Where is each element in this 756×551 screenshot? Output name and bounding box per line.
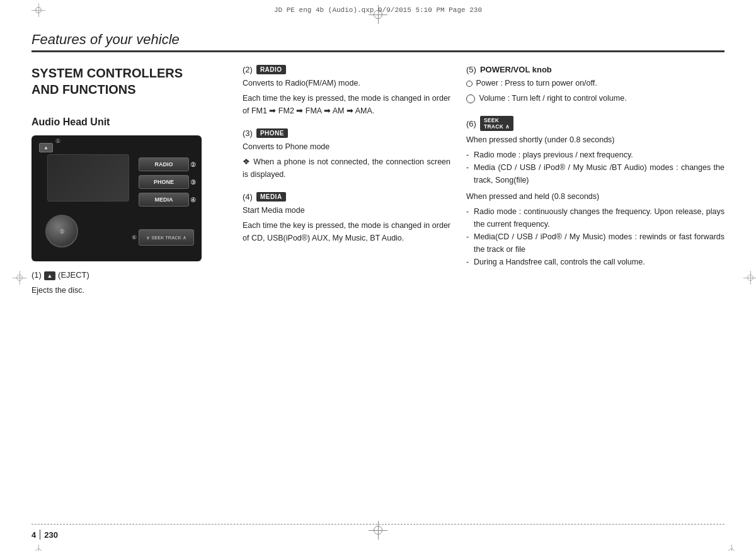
long-press-item-1: Radio mode : continuously changes the fr…: [466, 205, 724, 230]
volume-circle-icon: [466, 94, 475, 103]
phone-badge: PHONE: [256, 128, 288, 138]
long-press-item-3: During a Handsfree call, controls the ca…: [466, 256, 724, 268]
unit-phone-btn: PHONE ③: [139, 175, 189, 189]
middle-column: (2) RADIO Converts to Radio(FM/AM) mode.…: [233, 65, 460, 308]
footer-page: 230: [44, 530, 58, 540]
radio-badge: RADIO: [256, 65, 286, 74]
unit-screen: [47, 154, 129, 202]
footer-num: 4: [32, 530, 36, 540]
crosshair-bottom: [369, 521, 387, 542]
audio-unit-image: ▲ ① RADIO ② PHONE ③ MEDIA ④: [32, 135, 202, 261]
item-4: (4) MEDIA Start Media mode Each time the…: [243, 192, 450, 244]
item-2: (2) RADIO Converts to Radio(FM/AM) mode.…: [243, 65, 450, 117]
seek-track-badge: SEEKTRACK ∧: [480, 116, 513, 131]
long-press-item-2: Media(CD / USB / iPod® / My Music) modes…: [466, 230, 724, 256]
left-column: SYSTEM CONTROLLERS AND FUNCTIONS Audio H…: [32, 65, 233, 308]
media-badge: MEDIA: [256, 192, 286, 202]
reg-mark-tr: [32, 3, 45, 17]
unit-seek-bar: ⑥ ∨ SEEK TRACK ∧: [139, 229, 194, 246]
section-title: Features of your vehicle: [32, 31, 180, 47]
power-circle-icon: [466, 81, 472, 87]
unit-media-btn: MEDIA ④: [139, 193, 189, 207]
right-column: (5) POWER/VOL knob Power : Press to turn…: [460, 65, 724, 308]
unit-power-knob: ⑤: [45, 215, 78, 247]
unit-eject-btn: ▲ ①: [39, 143, 53, 152]
audio-head-unit-title: Audio Head Unit: [32, 116, 220, 128]
footer-divider: [40, 530, 40, 540]
short-press-item-1: Radio mode : plays previous / next frequ…: [466, 149, 724, 161]
short-press-item-2: Media (CD / USB / iPod® / My Music /BT A…: [466, 161, 724, 186]
long-press-list: Radio mode : continuously changes the fr…: [466, 205, 724, 268]
item-5: (5) POWER/VOL knob Power : Press to turn…: [466, 65, 724, 105]
short-press-list: Radio mode : plays previous / next frequ…: [466, 149, 724, 186]
system-controllers-title: SYSTEM CONTROLLERS AND FUNCTIONS: [32, 65, 220, 98]
item-1: (1) ▲ (EJECT) Ejects the disc.: [32, 270, 220, 297]
unit-radio-btn: RADIO ②: [139, 157, 189, 171]
eject-icon: ▲: [44, 271, 56, 280]
item-6: (6) SEEKTRACK ∧ When pressed shortly (un…: [466, 116, 724, 268]
crosshair-top: [369, 5, 387, 26]
section-header: Features of your vehicle: [32, 31, 724, 52]
unit-button-row: RADIO ② PHONE ③ MEDIA ④: [139, 157, 189, 207]
item-3: (3) PHONE Converts to Phone mode ❖ When …: [243, 128, 450, 181]
